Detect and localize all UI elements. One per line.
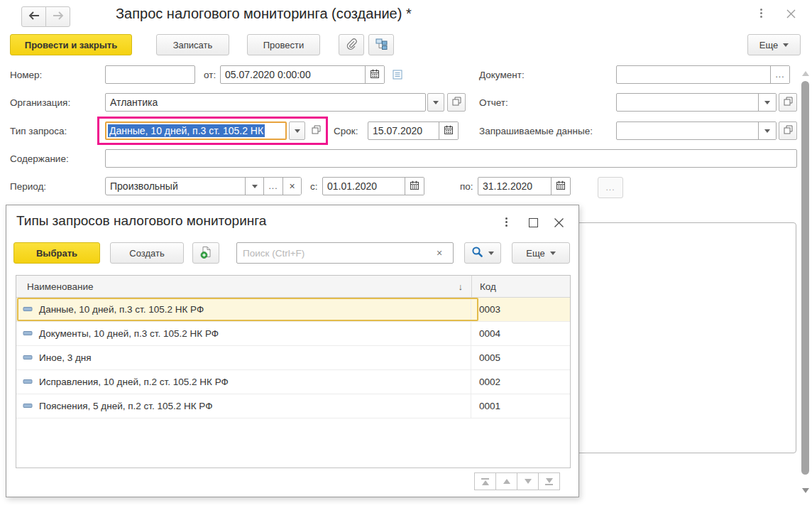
calendar-button[interactable] [365,66,384,83]
clear-icon: × [289,180,295,192]
period-from-label: с: [310,181,318,192]
table-row[interactable]: Исправления, 10 дней, п.2 ст. 105.2 НК Р… [16,370,570,394]
code-column-header[interactable]: Код [471,276,570,297]
dialog-title: Типы запросов налогового мониторинга [16,213,266,229]
calendar-button[interactable] [439,122,458,139]
create-button[interactable]: Создать [110,242,184,264]
table-row[interactable]: Данные, 10 дней, п.3 ст. 105.2 НК РФ 000… [16,298,570,322]
calendar-icon [410,180,419,193]
window-close-icon[interactable] [786,9,796,21]
numbering-list-button[interactable] [392,69,403,82]
item-dash-icon [23,328,33,339]
go-first-button[interactable] [474,472,496,490]
go-next-button[interactable] [517,472,539,490]
document-input[interactable]: ... [616,65,790,84]
period-choose-button[interactable]: ... [263,178,282,195]
request-types-dialog: Типы запросов налогового мониторинга Выб… [6,205,579,497]
row-name: Данные, 10 дней, п.3 ст. 105.2 НК РФ [39,304,204,315]
search-input[interactable] [236,242,454,264]
scroll-up-icon[interactable] [802,71,809,76]
row-code: 0004 [471,328,570,339]
request-type-open-button[interactable] [307,121,324,140]
organization-input[interactable]: Атлантика [105,93,426,112]
period-more-button[interactable]: ... [598,177,623,198]
document-structure-button[interactable] [368,34,394,55]
due-date-input[interactable]: 15.07.2020 [368,121,459,140]
requested-data-input[interactable] [616,121,777,140]
history-nav [21,6,70,27]
request-type-label: Тип запроса: [10,126,67,136]
report-input[interactable] [616,93,777,112]
row-code: 0005 [471,352,570,363]
create-new-item-button[interactable] [192,242,219,264]
content-label: Содержание: [10,153,69,164]
request-type-dropdown-button[interactable] [289,121,305,140]
window-menu-kebab-icon[interactable] [760,9,762,18]
main-more-button[interactable]: Еще [747,34,801,55]
calendar-icon [556,180,566,193]
content-input[interactable] [105,149,797,168]
scrollbar-thumb[interactable] [801,81,809,475]
chevron-down-icon [764,129,770,133]
number-input[interactable] [105,65,195,84]
document-choose-button[interactable]: ... [770,66,789,83]
dialog-maximize-icon[interactable] [529,218,538,227]
table-row[interactable]: Пояснения, 5 дней, п.2 ст. 105.2 НК РФ 0… [16,394,570,418]
chevron-down-icon [783,43,789,47]
choose-button[interactable]: Выбрать [13,242,100,264]
table-row[interactable]: Документы, 10 дней, п.3 ст. 105.2 НК РФ … [16,322,570,346]
forward-button[interactable] [45,6,70,27]
row-name: Пояснения, 5 дней, п.2 ст. 105.2 НК РФ [39,401,212,411]
row-code: 0001 [471,401,570,411]
name-column-header[interactable]: Наименование [27,281,94,292]
chevron-down-icon [433,101,439,104]
period-to-label: по: [460,181,473,192]
period-label: Период: [10,181,46,192]
post-button[interactable]: Провести [247,34,320,55]
dialog-close-icon[interactable] [554,217,564,230]
submit-and-close-button[interactable]: Провести и закрыть [10,34,132,55]
calendar-button[interactable] [405,178,424,195]
chevron-down-icon [764,101,770,104]
period-clear-button[interactable]: × [282,178,301,195]
report-open-button[interactable] [779,93,797,112]
period-to-input[interactable]: 31.12.2020 [478,177,571,195]
save-button[interactable]: Записать [156,34,229,55]
organization-label: Организация: [10,97,70,108]
scroll-down-icon[interactable] [802,488,809,493]
period-input[interactable]: Произвольный ... × [105,177,302,195]
organization-open-button[interactable] [447,93,466,112]
go-previous-button[interactable] [495,472,517,490]
open-icon [312,125,321,136]
requested-data-dropdown-button[interactable] [758,122,776,139]
period-dropdown-button[interactable] [245,178,263,195]
go-last-button[interactable] [538,472,560,490]
report-dropdown-button[interactable] [758,94,776,111]
forward-icon [53,11,64,22]
document-date-input[interactable]: 05.07.2020 0:00:00 [220,65,385,84]
calendar-icon [444,125,454,137]
chevron-down-icon [550,252,556,255]
period-from-input[interactable]: 01.01.2020 [322,177,424,195]
row-code: 0002 [471,377,570,387]
report-label: Отчет: [479,97,508,108]
calendar-button[interactable] [551,178,570,195]
selected-text: Данные, 10 дней, п.3 ст. 105.2 НК [108,124,265,137]
table-row[interactable]: Иное, 3 дня 0005 [16,346,570,370]
back-button[interactable] [21,6,46,27]
attachments-button[interactable] [339,34,364,55]
dialog-more-button[interactable]: Еще [512,242,570,264]
search-clear-icon[interactable]: × [437,247,442,259]
application-window: Запрос налогового мониторинга (создание)… [0,0,812,508]
search-options-button[interactable] [464,242,501,264]
row-code: 0003 [471,304,570,315]
requested-data-open-button[interactable] [779,121,797,140]
item-dash-icon [23,304,33,315]
dialog-menu-kebab-icon[interactable] [505,217,508,227]
table-header[interactable]: Наименование ↓ Код [16,276,570,298]
chevron-down-icon [488,252,494,255]
go-first-icon [481,478,489,480]
go-previous-icon [503,479,510,484]
organization-dropdown-button[interactable] [427,93,444,112]
request-type-input[interactable]: Данные, 10 дней, п.3 ст. 105.2 НК [105,121,287,140]
